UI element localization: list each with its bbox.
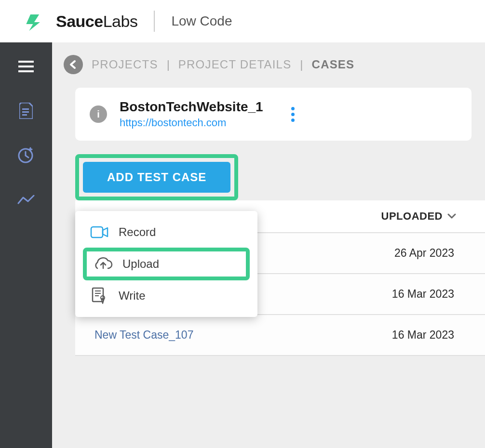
project-info-card: i BostonTechWebsite_1 https://bostontech…: [75, 88, 472, 141]
add-test-case-dropdown: Record Upload: [75, 211, 257, 317]
camera-icon: [90, 224, 109, 241]
sidebar: [0, 42, 52, 448]
app-header: SauceLabs Low Code: [0, 0, 485, 42]
breadcrumb-project-details[interactable]: PROJECT DETAILS: [178, 58, 292, 71]
saucelabs-logo-icon: [25, 12, 49, 31]
cloud-upload-icon: [94, 255, 113, 273]
table-row[interactable]: New Test Case_107 16 Mar 2023: [75, 315, 485, 356]
add-test-case-button[interactable]: ADD TEST CASE: [83, 162, 230, 193]
svg-rect-3: [22, 108, 29, 110]
svg-rect-0: [18, 61, 34, 63]
breadcrumb-projects[interactable]: PROJECTS: [92, 58, 158, 71]
row-name[interactable]: New Test Case_107: [94, 329, 193, 342]
info-icon[interactable]: i: [90, 105, 107, 123]
project-name: BostonTechWebsite_1: [120, 99, 263, 115]
sidebar-menu-toggle[interactable]: [17, 58, 35, 75]
dropdown-item-record[interactable]: Record: [75, 217, 257, 248]
breadcrumb: PROJECTS | PROJECT DETAILS | CASES: [52, 55, 485, 74]
dropdown-label: Write: [119, 289, 146, 303]
logo[interactable]: SauceLabs: [25, 12, 137, 31]
dropdown-item-write[interactable]: Write: [75, 280, 257, 311]
svg-rect-2: [18, 70, 34, 72]
header-subtitle: Low Code: [171, 13, 232, 29]
highlight-add-test-case: ADD TEST CASE: [75, 154, 238, 200]
main-content: PROJECTS | PROJECT DETAILS | CASES i Bos…: [52, 42, 485, 448]
chevron-down-icon: [447, 213, 456, 219]
row-date: 16 Mar 2023: [392, 329, 454, 342]
dropdown-label: Record: [119, 225, 156, 239]
write-icon: [90, 287, 109, 304]
svg-rect-5: [22, 114, 27, 116]
breadcrumb-separator: |: [300, 58, 303, 71]
row-date: 26 Apr 2023: [394, 247, 454, 260]
header-divider: [154, 11, 155, 32]
sidebar-item-schedule[interactable]: [17, 146, 35, 164]
svg-rect-7: [91, 227, 103, 237]
project-url[interactable]: https://bostontech.com: [120, 117, 263, 129]
brand-name: SauceLabs: [56, 12, 137, 31]
project-menu-kebab[interactable]: [287, 103, 298, 126]
sidebar-item-analytics[interactable]: [17, 191, 35, 208]
sidebar-item-document[interactable]: [17, 102, 35, 119]
svg-rect-4: [22, 111, 29, 113]
back-button[interactable]: [64, 55, 83, 74]
dropdown-label: Upload: [122, 257, 159, 271]
breadcrumb-separator: |: [167, 58, 170, 71]
dropdown-item-upload[interactable]: Upload: [83, 248, 250, 280]
breadcrumb-cases[interactable]: CASES: [312, 58, 355, 71]
row-date: 16 Mar 2023: [392, 288, 454, 301]
svg-rect-1: [18, 66, 34, 67]
column-header-uploaded[interactable]: UPLOADED: [381, 210, 456, 223]
